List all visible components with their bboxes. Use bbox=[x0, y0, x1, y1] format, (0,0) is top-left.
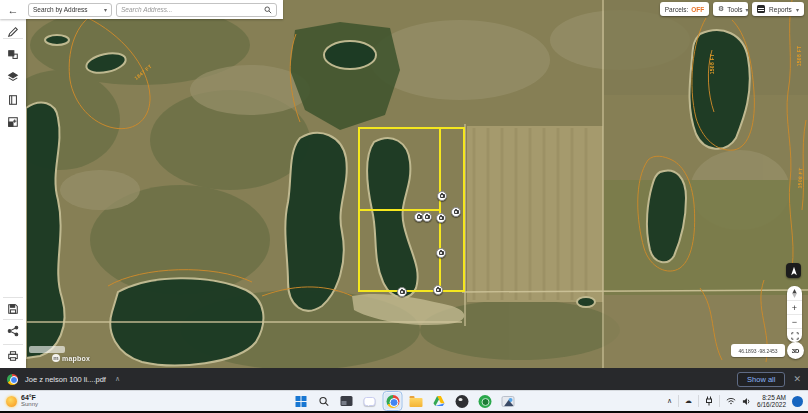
tools-menu-button[interactable]: ⚙ Tools ▾ bbox=[713, 2, 748, 16]
taskbar-clock[interactable]: 8:25 AM 6/16/2022 bbox=[757, 394, 786, 409]
compass-button[interactable] bbox=[787, 286, 802, 300]
save-button[interactable] bbox=[0, 300, 26, 318]
photo-marker[interactable] bbox=[397, 287, 407, 297]
wifi-icon[interactable] bbox=[726, 397, 736, 405]
camera-icon bbox=[436, 288, 441, 292]
share-button[interactable] bbox=[0, 322, 26, 340]
camera-icon bbox=[439, 216, 444, 220]
top-search-bar: ← Search by Address ▾ Search Address... bbox=[0, 0, 283, 19]
close-shelf-icon[interactable]: ✕ bbox=[793, 374, 801, 384]
taskbar-app-icons bbox=[293, 393, 516, 409]
contour-elevation-label: 1847 FT bbox=[133, 63, 153, 81]
search-type-label: Search by Address bbox=[33, 6, 88, 13]
search-icon bbox=[264, 6, 272, 14]
parcels-label: Parcels: bbox=[665, 6, 688, 13]
download-shelf: Joe z nelson 100 li....pdf ∧ Show all ✕ bbox=[0, 368, 808, 390]
clock-time: 8:25 AM bbox=[757, 394, 786, 402]
sidebar-divider bbox=[3, 38, 23, 39]
photo-marker[interactable] bbox=[436, 248, 446, 258]
save-icon bbox=[7, 303, 19, 315]
gimp-app-button[interactable] bbox=[454, 393, 470, 409]
photo-marker[interactable] bbox=[451, 207, 461, 217]
start-button[interactable] bbox=[293, 393, 309, 409]
volume-icon[interactable] bbox=[742, 397, 751, 406]
photos-app-button[interactable] bbox=[500, 393, 516, 409]
photo-marker[interactable] bbox=[437, 191, 447, 201]
tray-divider bbox=[719, 395, 720, 407]
print-button[interactable] bbox=[0, 347, 26, 365]
screen: 1508 FT1508 FT1847 FT1508 FT ← Search by… bbox=[0, 0, 808, 413]
reports-menu-button[interactable]: Reports ▾ bbox=[752, 2, 804, 16]
search-type-dropdown[interactable]: Search by Address ▾ bbox=[28, 3, 112, 17]
mapbox-logo-icon: m bbox=[52, 354, 60, 362]
field-book-button[interactable] bbox=[0, 91, 26, 109]
zoom-in-button[interactable]: + bbox=[787, 300, 802, 314]
chrome-icon bbox=[386, 395, 399, 408]
taskbar-search-button[interactable] bbox=[316, 393, 332, 409]
parcels-tool-button[interactable] bbox=[0, 46, 26, 64]
camera-icon bbox=[400, 290, 405, 294]
weather-condition: Sunny bbox=[21, 401, 38, 408]
camera-icon bbox=[454, 210, 459, 214]
task-view-button[interactable] bbox=[339, 393, 355, 409]
3d-view-button[interactable]: 3D bbox=[787, 342, 804, 359]
chat-app-button[interactable] bbox=[362, 393, 378, 409]
zoom-out-button[interactable]: − bbox=[787, 314, 802, 328]
file-menu-caret-icon[interactable]: ∧ bbox=[115, 375, 120, 383]
onedrive-cloud-icon[interactable]: ☁ bbox=[685, 397, 692, 405]
geolocate-button[interactable] bbox=[786, 263, 801, 278]
show-all-downloads-button[interactable]: Show all bbox=[737, 372, 785, 387]
photo-marker[interactable] bbox=[422, 212, 432, 222]
book-icon bbox=[7, 94, 19, 106]
fullscreen-button[interactable] bbox=[787, 328, 802, 342]
pencil-icon bbox=[7, 26, 19, 38]
clock-date: 6/16/2022 bbox=[757, 401, 786, 409]
notification-badge[interactable] bbox=[792, 396, 803, 407]
downloaded-file-item[interactable]: Joe z nelson 100 li....pdf bbox=[25, 375, 106, 384]
greenshot-app-button[interactable] bbox=[477, 393, 493, 409]
expand-icon bbox=[791, 332, 799, 340]
folder-icon bbox=[409, 398, 422, 407]
photo-marker[interactable] bbox=[433, 285, 443, 295]
camera-icon bbox=[439, 251, 444, 255]
back-arrow-button[interactable]: ← bbox=[0, 4, 26, 16]
dark-window-icon bbox=[341, 396, 353, 406]
sidebar-divider bbox=[3, 344, 23, 345]
chrome-app-button[interactable] bbox=[385, 393, 401, 409]
file-explorer-button[interactable] bbox=[408, 393, 424, 409]
plug-device-icon[interactable] bbox=[705, 396, 713, 406]
weather-widget[interactable]: 64°F Sunny bbox=[6, 394, 38, 408]
sidebar-divider bbox=[3, 319, 23, 320]
google-drive-button[interactable] bbox=[431, 393, 447, 409]
tools-label: Tools bbox=[727, 6, 742, 13]
search-icon bbox=[318, 396, 329, 407]
weather-temperature: 64°F bbox=[21, 394, 38, 401]
pdf-file-icon bbox=[7, 374, 18, 385]
printer-icon bbox=[7, 350, 19, 362]
layers-tool-button[interactable] bbox=[0, 68, 26, 86]
hidden-icons-button[interactable]: ∧ bbox=[667, 397, 672, 405]
map-canvas[interactable]: 1508 FT1508 FT1847 FT1508 FT bbox=[0, 0, 808, 368]
gear-icon: ⚙ bbox=[718, 5, 724, 13]
contour-elevation-label: 1508 FT bbox=[796, 46, 802, 67]
address-search-input[interactable]: Search Address... bbox=[116, 3, 277, 17]
marker-layer: 1508 FT1508 FT1847 FT1508 FT bbox=[0, 0, 808, 368]
reports-label: Reports bbox=[769, 6, 792, 13]
parcels-toggle-button[interactable]: Parcels: OFF bbox=[660, 2, 709, 16]
mapbox-attribution[interactable]: m mapbox bbox=[52, 354, 90, 362]
windows-taskbar: 64°F Sunny ∧ ☁ 8:25 AM bbox=[0, 390, 808, 411]
chevron-down-icon: ▾ bbox=[796, 6, 799, 13]
image-plus-icon bbox=[7, 116, 19, 128]
system-tray: ∧ ☁ 8:25 AM 6/16/2022 bbox=[667, 394, 803, 409]
map-scale-bar bbox=[29, 346, 65, 353]
sidebar-divider bbox=[3, 297, 23, 298]
tray-divider bbox=[678, 395, 679, 407]
mapbox-wordmark: mapbox bbox=[62, 355, 90, 362]
layers-icon bbox=[7, 71, 19, 83]
green-circle-icon bbox=[478, 395, 491, 408]
share-icon bbox=[7, 325, 19, 337]
windows-logo-icon bbox=[295, 396, 306, 407]
chat-bubble-icon bbox=[364, 397, 376, 406]
photo-marker[interactable] bbox=[436, 213, 446, 223]
photo-export-button[interactable] bbox=[0, 113, 26, 131]
